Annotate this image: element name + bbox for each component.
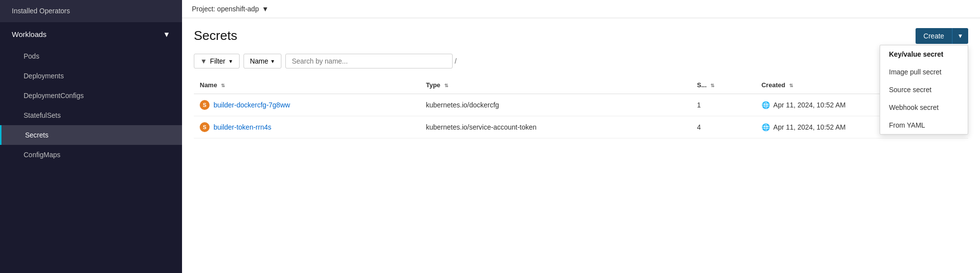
table-row: S builder-dockercfg-7g8ww kubernetes.io/… bbox=[194, 94, 968, 116]
dropdown-item-image-pull[interactable]: Image pull secret bbox=[880, 63, 968, 81]
search-input[interactable] bbox=[285, 54, 453, 68]
col-name: Name ⇅ bbox=[194, 76, 420, 94]
resource-name-1[interactable]: builder-token-rrn4s bbox=[214, 123, 272, 131]
col-size: S... ⇅ bbox=[691, 76, 756, 94]
search-slash: / bbox=[455, 57, 457, 65]
resource-link-0[interactable]: S builder-dockercfg-7g8ww bbox=[200, 100, 414, 110]
project-dropdown-icon: ▼ bbox=[262, 5, 269, 13]
name-chevron-icon: ▼ bbox=[270, 59, 275, 64]
chevron-down-icon: ▼ bbox=[163, 30, 170, 38]
sidebar-item-deploymentconfigs[interactable]: DeploymentConfigs bbox=[0, 86, 182, 105]
sidebar-item-configmaps[interactable]: ConfigMaps bbox=[0, 145, 182, 165]
sort-created-icon[interactable]: ⇅ bbox=[789, 83, 793, 88]
name-selector[interactable]: Name ▼ bbox=[244, 54, 281, 68]
secrets-table: Name ⇅ Type ⇅ S... ⇅ Created ⇅ bbox=[194, 76, 968, 138]
resource-link-1[interactable]: S builder-token-rrn4s bbox=[200, 122, 414, 132]
sort-name-icon[interactable]: ⇅ bbox=[221, 83, 225, 88]
resource-badge-0: S bbox=[200, 100, 210, 110]
resource-badge-1: S bbox=[200, 122, 210, 132]
cell-size-1: 4 bbox=[691, 116, 756, 138]
sidebar-item-deployments[interactable]: Deployments bbox=[0, 66, 182, 86]
globe-icon-1: 🌐 bbox=[762, 123, 770, 131]
filter-button[interactable]: ▼ Filter ▼ bbox=[194, 54, 240, 68]
filter-bar: ▼ Filter ▼ Name ▼ / Size bbox=[194, 54, 968, 68]
topbar: Project: openshift-adp ▼ bbox=[182, 0, 980, 18]
sidebar-item-pods[interactable]: Pods bbox=[0, 46, 182, 66]
cell-name-0: S builder-dockercfg-7g8ww bbox=[194, 94, 420, 116]
cell-type-0: kubernetes.io/dockercfg bbox=[420, 94, 691, 116]
cell-name-1: S builder-token-rrn4s bbox=[194, 116, 420, 138]
project-selector[interactable]: Project: openshift-adp ▼ bbox=[192, 5, 269, 13]
page-title: Secrets bbox=[194, 28, 237, 43]
create-dropdown-menu: Key/value secret Image pull secret Sourc… bbox=[880, 45, 968, 135]
sidebar-item-workloads[interactable]: Workloads ▼ bbox=[0, 22, 182, 46]
page-header: Secrets Create ▼ Key/value secret Image … bbox=[194, 28, 968, 44]
name-label: Name bbox=[250, 57, 268, 65]
sidebar-item-secrets[interactable]: Secrets bbox=[0, 125, 182, 145]
filter-icon: ▼ bbox=[200, 57, 207, 65]
create-dropdown-toggle[interactable]: ▼ bbox=[952, 28, 968, 44]
dropdown-item-webhook[interactable]: Webhook secret bbox=[880, 99, 968, 116]
content-area: Secrets Create ▼ Key/value secret Image … bbox=[182, 18, 980, 273]
sidebar: Installed Operators Workloads ▼ Pods Dep… bbox=[0, 0, 182, 273]
dropdown-item-source[interactable]: Source secret bbox=[880, 81, 968, 99]
filter-label: Filter bbox=[210, 57, 225, 65]
sidebar-item-installed-operators[interactable]: Installed Operators bbox=[0, 0, 182, 22]
cell-type-1: kubernetes.io/service-account-token bbox=[420, 116, 691, 138]
globe-icon-0: 🌐 bbox=[762, 101, 770, 109]
dropdown-item-from-yaml[interactable]: From YAML bbox=[880, 116, 968, 134]
main-content: Project: openshift-adp ▼ Secrets Create … bbox=[182, 0, 980, 273]
filter-chevron-icon: ▼ bbox=[228, 59, 233, 64]
table-header-row: Name ⇅ Type ⇅ S... ⇅ Created ⇅ bbox=[194, 76, 968, 94]
sort-type-icon[interactable]: ⇅ bbox=[444, 83, 448, 88]
cell-size-0: 1 bbox=[691, 94, 756, 116]
project-label: Project: openshift-adp bbox=[192, 5, 259, 13]
dropdown-item-key-value[interactable]: Key/value secret bbox=[880, 45, 968, 63]
sidebar-item-statefulsets[interactable]: StatefulSets bbox=[0, 105, 182, 125]
resource-name-0[interactable]: builder-dockercfg-7g8ww bbox=[214, 101, 290, 109]
sort-size-icon[interactable]: ⇅ bbox=[710, 83, 714, 88]
workloads-label: Workloads bbox=[12, 30, 47, 38]
create-button-group: Create ▼ Key/value secret Image pull sec… bbox=[916, 28, 968, 44]
table-row: S builder-token-rrn4s kubernetes.io/serv… bbox=[194, 116, 968, 138]
col-type: Type ⇅ bbox=[420, 76, 691, 94]
create-button[interactable]: Create bbox=[916, 28, 952, 44]
